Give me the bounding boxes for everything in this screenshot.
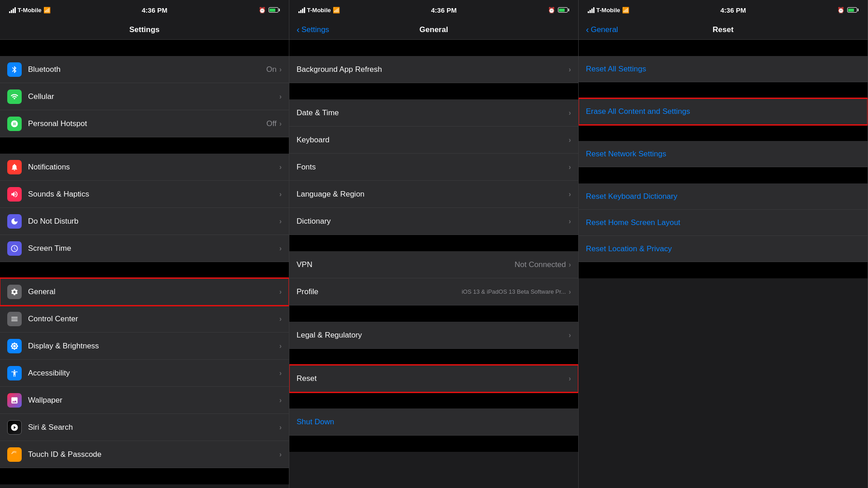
chevron-icon: › bbox=[279, 217, 282, 225]
general-item-shutdown[interactable]: Shut Down bbox=[289, 408, 578, 436]
wifi-icon: 📶 bbox=[43, 7, 51, 14]
back-button-2[interactable]: ‹ Settings bbox=[297, 24, 329, 35]
section-gap bbox=[289, 392, 578, 408]
nav-bar-1: Settings bbox=[0, 20, 289, 40]
settings-item-display[interactable]: Display & Brightness › bbox=[0, 333, 289, 360]
general-item-profile[interactable]: Profile iOS 13 & iPadOS 13 Beta Software… bbox=[289, 278, 578, 305]
notifications-label: Notifications bbox=[28, 163, 279, 172]
settings-item-hotspot[interactable]: Personal Hotspot Off › bbox=[0, 110, 289, 137]
reset-item-location[interactable]: Reset Location & Privacy bbox=[579, 236, 868, 262]
chevron-icon: › bbox=[279, 423, 282, 432]
fonts-label: Fonts bbox=[297, 163, 569, 172]
screentime-icon bbox=[7, 241, 22, 256]
general-item-keyboard[interactable]: Keyboard › bbox=[289, 127, 578, 154]
hotspot-icon bbox=[7, 117, 22, 131]
dnd-icon bbox=[7, 214, 22, 229]
settings-item-controlcenter[interactable]: Control Center › bbox=[0, 305, 289, 333]
chevron-icon: › bbox=[279, 369, 282, 377]
chevron-icon: › bbox=[569, 163, 571, 171]
chevron-icon: › bbox=[279, 244, 282, 253]
time-3: 4:36 PM bbox=[721, 6, 746, 14]
status-icons-1: ⏰ bbox=[259, 7, 280, 14]
controlcenter-icon bbox=[7, 312, 22, 326]
controlcenter-label: Control Center bbox=[28, 314, 279, 324]
reset-homescreen-label: Reset Home Screen Layout bbox=[586, 218, 860, 227]
vpn-value: Not Connected bbox=[514, 260, 566, 269]
reset-all-settings-label: Reset All Settings bbox=[586, 65, 860, 74]
chevron-icon: › bbox=[569, 190, 571, 198]
sounds-label: Sounds & Haptics bbox=[28, 190, 279, 199]
reset-item-all-settings[interactable]: Reset All Settings bbox=[579, 56, 868, 82]
alarm-icon-2: ⏰ bbox=[548, 7, 555, 14]
settings-item-wallpaper[interactable]: Wallpaper › bbox=[0, 387, 289, 414]
general-item-reset[interactable]: Reset › bbox=[289, 365, 578, 392]
chevron-icon: › bbox=[569, 331, 571, 339]
touchid-label: Touch ID & Passcode bbox=[28, 450, 279, 459]
reset-item-keyboard-dict[interactable]: Reset Keyboard Dictionary bbox=[579, 183, 868, 210]
wallpaper-label: Wallpaper bbox=[28, 396, 279, 405]
wifi-icon-3: 📶 bbox=[622, 7, 629, 14]
reset-item-network[interactable]: Reset Network Settings bbox=[579, 141, 868, 167]
profile-label: Profile bbox=[297, 287, 462, 296]
erase-label: Erase All Content and Settings bbox=[586, 107, 860, 116]
general-item-fonts[interactable]: Fonts › bbox=[289, 154, 578, 181]
reset-item-homescreen[interactable]: Reset Home Screen Layout bbox=[579, 210, 868, 236]
signal-icon-3 bbox=[588, 7, 594, 13]
back-chevron-2: ‹ bbox=[297, 24, 300, 35]
reset-network-label: Reset Network Settings bbox=[586, 150, 860, 159]
battery-icon-2 bbox=[558, 7, 569, 13]
settings-item-sounds[interactable]: Sounds & Haptics › bbox=[0, 181, 289, 208]
reset-location-label: Reset Location & Privacy bbox=[586, 244, 860, 253]
reset-item-erase[interactable]: Erase All Content and Settings bbox=[579, 99, 868, 125]
sounds-icon bbox=[7, 187, 22, 202]
settings-item-notifications[interactable]: Notifications › bbox=[0, 154, 289, 181]
settings-list: Bluetooth On › Cellular › Personal Hotsp… bbox=[0, 40, 289, 488]
carrier-1: T-Mobile 📶 bbox=[9, 7, 51, 14]
section-gap bbox=[579, 82, 868, 99]
notifications-icon bbox=[7, 160, 22, 174]
bluetooth-icon bbox=[7, 62, 22, 77]
general-item-datetime[interactable]: Date & Time › bbox=[289, 99, 578, 127]
general-item-vpn[interactable]: VPN Not Connected › bbox=[289, 251, 578, 278]
siri-icon bbox=[7, 420, 22, 435]
settings-item-dnd[interactable]: Do Not Disturb › bbox=[0, 208, 289, 235]
chevron-icon: › bbox=[279, 93, 282, 101]
section-gap-bottom bbox=[0, 468, 289, 484]
chevron-icon: › bbox=[279, 190, 282, 198]
accessibility-label: Accessibility bbox=[28, 369, 279, 378]
status-icons-2: ⏰ bbox=[548, 7, 569, 14]
reset-keyboard-dict-label: Reset Keyboard Dictionary bbox=[586, 192, 860, 201]
signal-icon-2 bbox=[298, 7, 305, 13]
settings-item-accessibility[interactable]: Accessibility › bbox=[0, 360, 289, 387]
chevron-icon: › bbox=[279, 342, 282, 350]
siri-label: Siri & Search bbox=[28, 423, 279, 432]
status-icons-3: ⏰ bbox=[837, 7, 859, 14]
chevron-icon: › bbox=[279, 396, 282, 404]
touchid-icon bbox=[7, 447, 22, 462]
chevron-icon: › bbox=[279, 120, 282, 128]
general-item-legal[interactable]: Legal & Regulatory › bbox=[289, 322, 578, 349]
chevron-icon: › bbox=[569, 109, 571, 117]
display-icon bbox=[7, 339, 22, 353]
chevron-icon: › bbox=[569, 217, 571, 225]
settings-item-cellular[interactable]: Cellular › bbox=[0, 83, 289, 110]
carrier-3: T-Mobile 📶 bbox=[588, 7, 629, 14]
nav-title-2: General bbox=[420, 25, 448, 34]
settings-item-general[interactable]: General › bbox=[0, 278, 289, 305]
general-item-bgrefresh[interactable]: Background App Refresh › bbox=[289, 56, 578, 83]
general-list: Background App Refresh › Date & Time › K… bbox=[289, 40, 578, 488]
accessibility-icon bbox=[7, 366, 22, 380]
settings-item-touchid[interactable]: Touch ID & Passcode › bbox=[0, 441, 289, 468]
chevron-icon: › bbox=[279, 288, 282, 296]
back-button-3[interactable]: ‹ General bbox=[586, 24, 618, 35]
general-item-dictionary[interactable]: Dictionary › bbox=[289, 208, 578, 235]
nav-bar-2: ‹ Settings General bbox=[289, 20, 578, 40]
settings-item-siri[interactable]: Siri & Search › bbox=[0, 414, 289, 441]
status-bar-1: T-Mobile 📶 4:36 PM ⏰ bbox=[0, 0, 289, 20]
settings-item-screentime[interactable]: Screen Time › bbox=[0, 235, 289, 262]
dnd-label: Do Not Disturb bbox=[28, 217, 279, 226]
cellular-label: Cellular bbox=[28, 92, 279, 101]
chevron-icon: › bbox=[569, 375, 571, 383]
settings-item-bluetooth[interactable]: Bluetooth On › bbox=[0, 56, 289, 83]
general-item-language[interactable]: Language & Region › bbox=[289, 181, 578, 208]
